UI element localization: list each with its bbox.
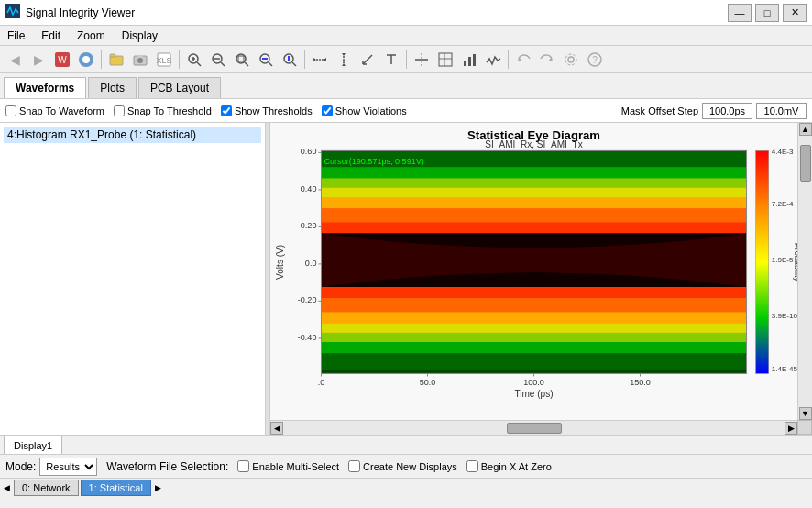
svg-rect-88 (756, 150, 769, 373)
toolbar-back[interactable]: ◀ (4, 49, 26, 71)
svg-rect-75 (321, 353, 746, 370)
svg-rect-21 (238, 56, 244, 61)
mask-offset-group: Mask Offset Step (621, 103, 807, 119)
scroll-left-arrow[interactable]: ◀ (270, 422, 283, 435)
toolbar-zoom-in[interactable] (183, 49, 205, 71)
tab-waveforms[interactable]: Waveforms (4, 77, 86, 98)
toolbar-sep4 (406, 50, 407, 69)
tree-item-histogram[interactable]: 4:Histogram RX1_Probe (1: Statistical) (4, 127, 261, 143)
menu-file[interactable]: File (4, 28, 28, 44)
nav-arrow-left[interactable]: ◀ (2, 483, 12, 492)
begin-x-checkbox[interactable] (466, 460, 478, 472)
eye-diagram-svg: Statistical Eye Diagram SI_AMI_Rx, SI_AM… (270, 123, 797, 420)
show-violations-label: Show Violations (335, 105, 407, 116)
y-tick-5: -0.20 (298, 295, 317, 304)
toolbar: ◀ ▶ W XLS (0, 46, 812, 73)
toolbar-measure[interactable] (357, 49, 379, 71)
toolbar-help[interactable]: ? (584, 49, 606, 71)
snap-to-waveform[interactable]: Snap To Waveform (5, 105, 104, 116)
close-button[interactable]: ✕ (783, 4, 807, 22)
toolbar-camera[interactable] (129, 49, 151, 71)
svg-rect-45 (468, 57, 471, 66)
svg-line-13 (197, 62, 201, 66)
svg-point-8 (137, 58, 143, 63)
svg-marker-48 (548, 57, 552, 61)
y-tick-4: 0.0 (305, 259, 317, 268)
snap-to-waveform-label: Snap To Waveform (19, 105, 104, 116)
bottom-tabs: Display1 (0, 435, 812, 455)
toolbar-waveform[interactable]: W (51, 49, 73, 71)
x-tick-4: 150.0 (630, 378, 651, 387)
mode-section: Mode: Results (5, 458, 97, 476)
mask-offset-voltage-input[interactable] (756, 103, 807, 119)
mode-select[interactable]: Results (39, 458, 97, 476)
create-displays-checkbox[interactable] (348, 460, 360, 472)
scroll-up-arrow[interactable]: ▲ (799, 123, 812, 136)
maximize-button[interactable]: □ (755, 4, 779, 22)
show-thresholds-checkbox[interactable] (221, 105, 232, 116)
toolbar-cursor-h[interactable] (309, 49, 331, 71)
scroll-down-arrow[interactable]: ▼ (799, 407, 812, 420)
svg-line-23 (269, 62, 272, 66)
create-displays-label[interactable]: Create New Displays (348, 460, 457, 472)
show-violations-checkbox[interactable] (322, 105, 333, 116)
menu-edit[interactable]: Edit (38, 28, 64, 44)
minimize-button[interactable]: — (728, 4, 752, 22)
toolbar-zoom-y[interactable] (279, 49, 301, 71)
toolbar-settings[interactable] (560, 49, 582, 71)
toolbar-forward[interactable]: ▶ (27, 49, 49, 71)
scroll-thumb-h[interactable] (507, 423, 562, 434)
snap-to-waveform-checkbox[interactable] (5, 105, 16, 116)
svg-text:?: ? (592, 55, 598, 65)
x-tick-1: .0 (318, 378, 325, 387)
enable-multi-checkbox[interactable] (237, 460, 249, 472)
toolbar-export[interactable]: XLS (153, 49, 175, 71)
nav-arrow-right[interactable]: ▶ (153, 483, 163, 492)
snap-to-threshold[interactable]: Snap To Threshold (114, 105, 212, 116)
menu-display[interactable]: Display (118, 28, 161, 44)
nav-tab-network[interactable]: 0: Network (14, 480, 79, 496)
main-content: 4:Histogram RX1_Probe (1: Statistical) (0, 123, 812, 435)
toolbar-zoom-out[interactable] (207, 49, 229, 71)
y-tick-2: 0.40 (301, 184, 317, 193)
svg-marker-30 (324, 58, 326, 61)
toolbar-cursor-v[interactable] (333, 49, 355, 71)
snap-to-threshold-checkbox[interactable] (114, 105, 125, 116)
scroll-track-h (283, 422, 785, 435)
toolbar-snap[interactable] (411, 49, 433, 71)
bottom-tab-display1[interactable]: Display1 (4, 436, 62, 454)
svg-marker-47 (519, 57, 522, 61)
scroll-thumb-v[interactable] (800, 145, 811, 182)
toolbar-zoom-x[interactable] (255, 49, 277, 71)
menu-zoom[interactable]: Zoom (73, 28, 109, 44)
show-thresholds[interactable]: Show Thresholds (221, 105, 313, 116)
svg-rect-5 (110, 56, 123, 65)
eye-subtitle: SI_AMI_Rx, SI_AMI_Tx (485, 139, 582, 149)
title-bar: Signal Integrity Viewer — □ ✕ (0, 0, 812, 26)
toolbar-open[interactable] (105, 49, 127, 71)
toolbar-sep1 (101, 50, 102, 69)
show-violations[interactable]: Show Violations (322, 105, 407, 116)
toolbar-zoom-fit[interactable] (231, 49, 253, 71)
svg-line-20 (245, 62, 248, 66)
nav-tab-statistical[interactable]: 1: Statistical (81, 480, 151, 496)
mask-offset-time-input[interactable] (702, 103, 752, 119)
svg-rect-46 (473, 54, 476, 66)
toolbar-t-cursor[interactable] (380, 49, 402, 71)
tab-pcb-layout[interactable]: PCB Layout (138, 77, 221, 98)
toolbar-undo[interactable] (512, 49, 534, 71)
cursor-text: Cursor(190.571ps, 0.591V) (324, 157, 424, 166)
svg-rect-6 (110, 54, 115, 57)
bottom-tab-label: Display1 (14, 440, 52, 451)
toolbar-redo[interactable] (536, 49, 558, 71)
svg-point-4 (82, 56, 90, 63)
scroll-right-arrow[interactable]: ▶ (785, 422, 797, 435)
toolbar-eye[interactable] (75, 49, 97, 71)
toolbar-grid[interactable] (434, 49, 456, 71)
tab-plots[interactable]: Plots (88, 77, 137, 98)
toolbar-wave-chart[interactable] (482, 49, 504, 71)
toolbar-bar-chart[interactable] (458, 49, 480, 71)
waveform-section: Waveform File Selection: (106, 460, 228, 473)
begin-x-label[interactable]: Begin X At Zero (466, 460, 552, 472)
enable-multi-label[interactable]: Enable Multi-Select (237, 460, 339, 472)
